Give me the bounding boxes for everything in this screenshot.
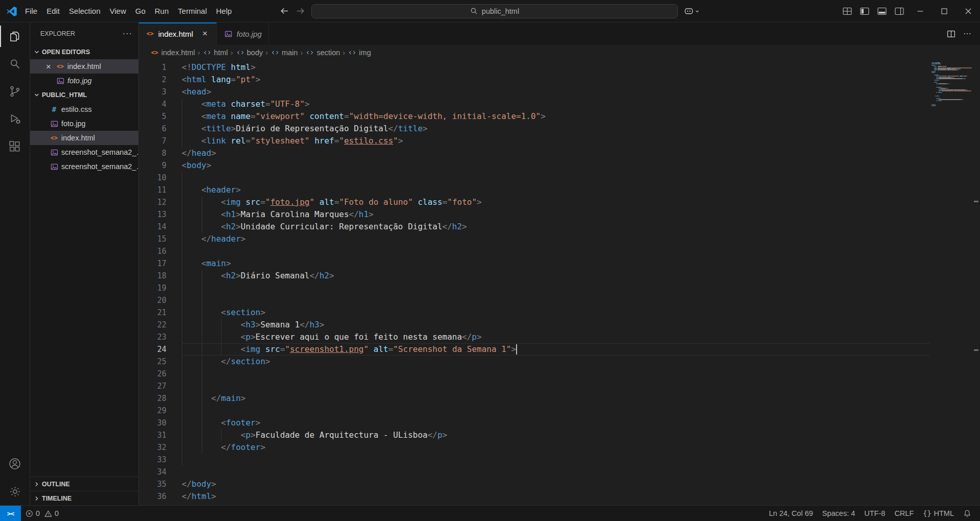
language-mode[interactable]: {} HTML	[918, 506, 959, 521]
file-foto.jpg[interactable]: foto.jpg	[30, 116, 138, 131]
code-line-30[interactable]: 30 <footer>	[139, 417, 930, 429]
indentation-status[interactable]: Spaces: 4	[818, 506, 860, 521]
editor-more-actions-icon[interactable]: ···	[960, 26, 975, 41]
code-line-34[interactable]: 34	[139, 466, 930, 478]
toggle-primary-sidebar-icon[interactable]	[856, 0, 873, 22]
minimize-button[interactable]	[908, 0, 932, 22]
breadcrumb-index.html[interactable]: <>index.html	[150, 49, 195, 57]
notifications-bell-icon[interactable]	[959, 506, 976, 521]
menu-view[interactable]: View	[105, 0, 131, 22]
timeline-header[interactable]: TIMELINE	[30, 491, 138, 505]
menu-selection[interactable]: Selection	[64, 0, 105, 22]
navigate-forward-icon[interactable]	[296, 6, 305, 16]
code-line-32[interactable]: 32 </footer>	[139, 441, 930, 454]
code-line-26[interactable]: 26	[139, 368, 930, 380]
eol-status[interactable]: CRLF	[890, 506, 918, 521]
menu-terminal[interactable]: Terminal	[174, 0, 212, 22]
code-line-22[interactable]: 22 <h3>Semana 1</h3>	[139, 319, 930, 331]
breadcrumb-main[interactable]: main	[271, 49, 298, 57]
code-line-12[interactable]: 12 <img src="foto.jpg" alt="Foto do alun…	[139, 196, 930, 208]
toggle-panel-icon[interactable]	[873, 0, 891, 22]
code-line-14[interactable]: 14 <h2>Unidade Curricular: Representação…	[139, 221, 930, 233]
copilot-menu-icon[interactable]	[684, 6, 700, 16]
open-editor-foto.jpg[interactable]: foto.jpg	[30, 74, 138, 88]
code-line-24[interactable]: 24 <img src="screenshot1.png" alt="Scree…	[139, 343, 930, 356]
tab-index.html[interactable]: <>index.html×	[139, 22, 217, 45]
open-editor-index.html[interactable]: ×<>index.html	[30, 59, 138, 74]
customize-layout-icon[interactable]	[839, 0, 856, 22]
chevron-right-icon: ›	[231, 48, 233, 57]
code-line-29[interactable]: 29	[139, 405, 930, 417]
code-line-13[interactable]: 13 <h1>Maria Carolina Marques</h1>	[139, 208, 930, 221]
close-editor-icon[interactable]: ×	[44, 62, 53, 71]
activity-source-control-icon[interactable]	[0, 78, 30, 105]
symbol-tag-icon	[236, 49, 245, 56]
menu-run[interactable]: Run	[150, 0, 174, 22]
explorer-more-actions-icon[interactable]: ···	[122, 29, 132, 38]
code-line-25[interactable]: 25 </section>	[139, 356, 930, 368]
encoding-status[interactable]: UTF-8	[860, 506, 890, 521]
code-line-17[interactable]: 17 <main>	[139, 257, 930, 270]
navigate-back-icon[interactable]	[280, 6, 289, 16]
file-estilo.css[interactable]: #estilo.css	[30, 102, 138, 116]
code-line-1[interactable]: 1<!DOCTYPE html>	[139, 61, 930, 74]
code-line-11[interactable]: 11 <header>	[139, 184, 930, 196]
toggle-secondary-sidebar-icon[interactable]	[891, 0, 908, 22]
code-line-2[interactable]: 2<html lang="pt">	[139, 74, 930, 86]
html-file-icon: <>	[56, 63, 65, 70]
file-screenshot_semana2_…[interactable]: screenshot_semana2_…	[30, 159, 138, 174]
minimap[interactable]	[930, 60, 973, 505]
code-line-8[interactable]: 8</head>	[139, 147, 930, 159]
breadcrumb-html[interactable]: html	[203, 49, 228, 57]
activity-run-debug-icon[interactable]	[0, 105, 30, 133]
activity-search-icon[interactable]	[0, 50, 30, 78]
maximize-button[interactable]	[932, 0, 956, 22]
code-line-7[interactable]: 7 <link rel="stylesheet" href="estilo.cs…	[139, 135, 930, 147]
tab-close-icon[interactable]: ×	[200, 29, 210, 39]
folder-header[interactable]: PUBLIC_HTML	[30, 88, 138, 102]
code-editor[interactable]: 1<!DOCTYPE html>2<html lang="pt">3<head>…	[139, 60, 980, 505]
image-file-icon	[56, 77, 65, 85]
command-center-search[interactable]: public_html	[311, 4, 678, 18]
code-line-31[interactable]: 31 <p>Faculdade de Arquitectura - ULisbo…	[139, 429, 930, 441]
code-line-33[interactable]: 33	[139, 454, 930, 466]
activity-extensions-icon[interactable]	[0, 133, 30, 160]
code-line-28[interactable]: 28 </main>	[139, 392, 930, 405]
code-line-3[interactable]: 3<head>	[139, 86, 930, 98]
menu-go[interactable]: Go	[131, 0, 150, 22]
remote-indicator[interactable]: ><	[0, 506, 21, 521]
activity-explorer-icon[interactable]	[0, 22, 30, 50]
menu-help[interactable]: Help	[211, 0, 236, 22]
open-editors-header[interactable]: OPEN EDITORS	[30, 45, 138, 59]
code-line-9[interactable]: 9<body>	[139, 159, 930, 172]
outline-header[interactable]: OUTLINE	[30, 477, 138, 491]
code-line-18[interactable]: 18 <h2>Diário Semanal</h2>	[139, 270, 930, 282]
code-line-20[interactable]: 20	[139, 294, 930, 306]
code-line-23[interactable]: 23 <p>Escrever aqui o que foi feito nest…	[139, 331, 930, 343]
menu-file[interactable]: File	[20, 0, 42, 22]
file-screenshot_semana2_…[interactable]: screenshot_semana2_…	[30, 145, 138, 159]
cursor-position[interactable]: Ln 24, Col 69	[765, 506, 818, 521]
close-window-button[interactable]	[956, 0, 980, 22]
code-line-15[interactable]: 15 </header>	[139, 233, 930, 245]
breadcrumb-section[interactable]: section	[305, 49, 340, 57]
problems-status[interactable]: 0 0	[21, 506, 63, 521]
code-line-36[interactable]: 36</html>	[139, 490, 930, 503]
code-line-19[interactable]: 19	[139, 282, 930, 294]
breadcrumb-body[interactable]: body	[236, 49, 263, 57]
code-line-5[interactable]: 5 <meta name="viewport" content="width=d…	[139, 110, 930, 123]
settings-gear-icon[interactable]	[0, 478, 30, 505]
menu-edit[interactable]: Edit	[42, 0, 64, 22]
file-index.html[interactable]: <>index.html	[30, 131, 138, 145]
code-line-16[interactable]: 16	[139, 245, 930, 257]
accounts-icon[interactable]	[0, 450, 30, 478]
code-line-27[interactable]: 27	[139, 380, 930, 392]
split-editor-icon[interactable]	[943, 26, 959, 41]
code-line-6[interactable]: 6 <title>Diário de Representação Digital…	[139, 123, 930, 135]
code-line-10[interactable]: 10	[139, 172, 930, 184]
code-line-21[interactable]: 21 <section>	[139, 306, 930, 319]
code-line-35[interactable]: 35</body>	[139, 478, 930, 490]
code-line-4[interactable]: 4 <meta charset="UTF-8">	[139, 98, 930, 110]
breadcrumb-img[interactable]: img	[348, 49, 371, 57]
tab-foto.jpg[interactable]: foto.jpg	[217, 22, 268, 45]
